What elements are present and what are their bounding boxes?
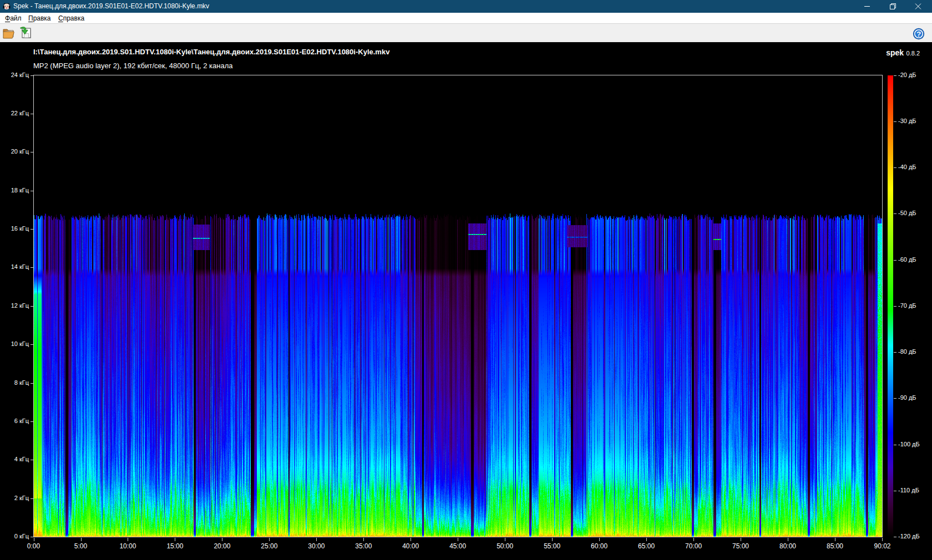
svg-text:?: ? [916, 30, 921, 38]
